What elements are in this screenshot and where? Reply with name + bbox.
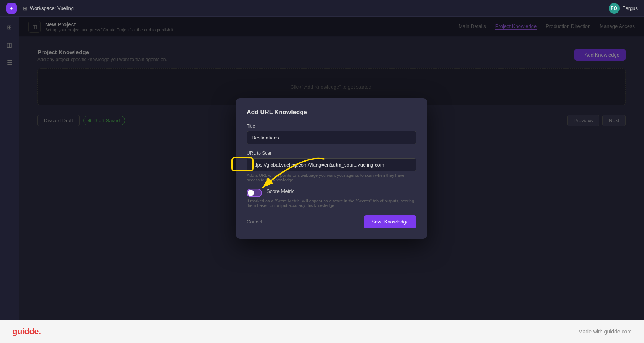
content-area: ◫ New Project Set up your project and pr… (19, 17, 644, 320)
url-hint: Add a URL which points to a webpage you … (247, 173, 416, 182)
guidde-logo: guidde. (12, 327, 41, 337)
toggle-thumb (248, 190, 254, 196)
app-logo[interactable]: ✦ (6, 3, 17, 14)
workspace-icon: ⊞ (23, 5, 28, 11)
add-url-knowledge-modal: Add URL Knowledge Title URL to Scan Add … (236, 98, 427, 239)
sidebar-item-layout[interactable]: ◫ (4, 39, 15, 50)
title-input[interactable] (247, 131, 416, 144)
url-input[interactable] (247, 158, 416, 172)
toggle-label-area: Score Metric (267, 188, 294, 194)
avatar[interactable]: FO (609, 3, 620, 14)
topnav-right: FO Fergus (609, 3, 638, 14)
guidde-footer: guidde. Made with guidde.com (0, 320, 644, 343)
main-layout: ⊞ ◫ ☰ ◫ New Project Set up your project … (0, 17, 644, 320)
score-metric-toggle[interactable] (247, 189, 262, 197)
sidebar: ⊞ ◫ ☰ (0, 17, 19, 320)
save-knowledge-button[interactable]: Save Knowledge (364, 215, 416, 228)
url-field-label: URL to Scan (247, 150, 416, 156)
toggle-highlight-box (231, 157, 254, 172)
score-metric-toggle-row: Score Metric (247, 188, 416, 197)
cancel-button[interactable]: Cancel (247, 216, 262, 228)
title-field-label: Title (247, 123, 416, 129)
modal-overlay: Add URL Knowledge Title URL to Scan Add … (19, 17, 644, 320)
username: Fergus (623, 5, 638, 11)
top-navigation: ✦ ⊞ Workspace: Vueling FO Fergus (0, 0, 644, 17)
modal-footer: Cancel Save Knowledge (247, 215, 416, 228)
modal-title: Add URL Knowledge (247, 109, 416, 116)
sidebar-item-list[interactable]: ☰ (4, 57, 15, 68)
made-with: Made with guidde.com (578, 328, 632, 335)
workspace-selector[interactable]: ⊞ Workspace: Vueling (23, 5, 74, 11)
sidebar-item-grid[interactable]: ⊞ (4, 21, 15, 33)
toggle-hint: If marked as a "Score Metric" will appea… (247, 199, 416, 208)
toggle-label: Score Metric (267, 188, 294, 194)
